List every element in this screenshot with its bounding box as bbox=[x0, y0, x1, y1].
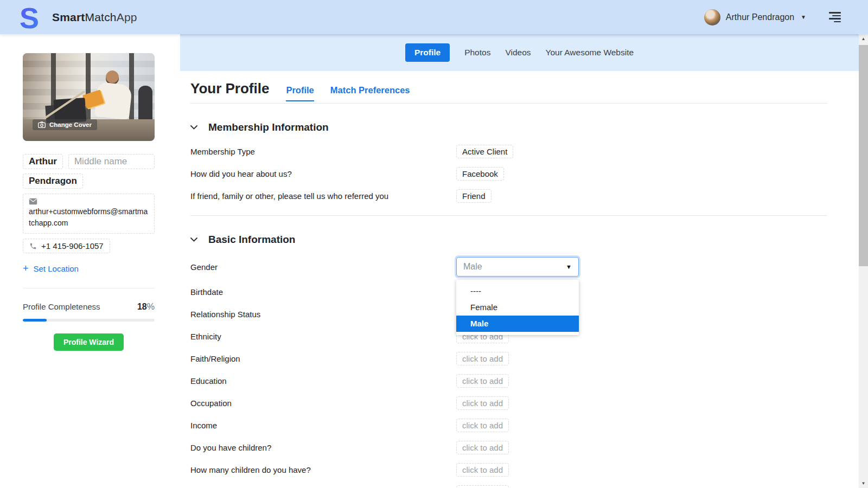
avatar bbox=[704, 9, 720, 25]
field-value[interactable]: click to add bbox=[456, 441, 509, 454]
user-menu[interactable]: Arthur Pendragon ▼ bbox=[704, 9, 806, 25]
field-row-income: Income click to add bbox=[190, 414, 827, 436]
subtab-profile[interactable]: Profile bbox=[286, 85, 314, 101]
field-row-occupation: Occupation click to add bbox=[190, 392, 827, 414]
section-title: Basic Information bbox=[208, 234, 295, 246]
chevron-down-icon: ▼ bbox=[801, 14, 806, 20]
profile-wizard-button[interactable]: Profile Wizard bbox=[54, 333, 124, 351]
camera-icon bbox=[38, 121, 46, 128]
chevron-down-icon bbox=[190, 125, 197, 130]
field-value[interactable]: click to add bbox=[456, 419, 509, 432]
divider bbox=[190, 215, 827, 216]
user-name: Arthur Pendragon bbox=[726, 12, 794, 22]
field-value[interactable]: Friend bbox=[456, 189, 492, 203]
phone-field[interactable]: +1 415-906-1057 bbox=[23, 239, 110, 253]
phone-value: +1 415-906-1057 bbox=[41, 241, 104, 251]
first-name-field[interactable]: Arthur bbox=[23, 154, 63, 169]
last-name-field[interactable]: Pendragon bbox=[23, 174, 83, 189]
scrollbar-thumb[interactable] bbox=[859, 45, 868, 266]
profile-tabstrip: Profile Photos Videos Your Awesome Websi… bbox=[180, 34, 859, 71]
tab-your-awesome-website[interactable]: Your Awesome Website bbox=[546, 48, 634, 57]
page-title: Your Profile bbox=[190, 80, 269, 97]
tab-profile[interactable]: Profile bbox=[405, 43, 450, 62]
profile-sidebar: Change Cover Arthur Middle name Pendrago… bbox=[0, 34, 180, 488]
field-value[interactable]: Facebook bbox=[456, 167, 504, 181]
field-row-referred-by: If friend, family or other, please tell … bbox=[190, 185, 827, 207]
section-basic-header[interactable]: Basic Information bbox=[190, 234, 827, 246]
dropdown-option-female[interactable]: Female bbox=[456, 299, 579, 316]
vertical-scrollbar: ▲ ▼ bbox=[859, 34, 868, 488]
scroll-down-icon[interactable]: ▼ bbox=[859, 479, 868, 488]
subtab-match-preferences[interactable]: Match Preferences bbox=[330, 85, 410, 101]
svg-text:S: S bbox=[20, 3, 39, 34]
field-row-education: Education click to add bbox=[190, 370, 827, 392]
change-cover-button[interactable]: Change Cover bbox=[33, 119, 97, 130]
dropdown-option-none[interactable]: ---- bbox=[456, 283, 579, 299]
divider bbox=[190, 103, 827, 104]
completeness-label: Profile Completeness bbox=[23, 302, 100, 311]
field-value[interactable]: Active Client bbox=[456, 145, 513, 158]
cover-photo: Change Cover bbox=[23, 53, 155, 141]
section-title: Membership Information bbox=[208, 121, 329, 133]
tab-videos[interactable]: Videos bbox=[505, 48, 531, 57]
scroll-up-icon[interactable]: ▲ bbox=[859, 34, 868, 43]
field-row-gender: Gender Male ▼ ---- Female Male bbox=[190, 253, 827, 281]
middle-name-field[interactable]: Middle name bbox=[68, 154, 155, 169]
field-row-faith-religion: Faith/Religion click to add bbox=[190, 348, 827, 370]
field-row-how-many-children: How many children do you have? click to … bbox=[190, 459, 827, 481]
field-value[interactable]: click to add bbox=[456, 463, 509, 477]
field-value[interactable]: click to add bbox=[456, 396, 509, 410]
brand-name: SmartMatchApp bbox=[52, 11, 137, 24]
section-membership-header[interactable]: Membership Information bbox=[190, 121, 827, 133]
email-value: arthur+customwebforms@smartmatchapp.com bbox=[29, 206, 149, 229]
progress-fill bbox=[23, 319, 47, 322]
plus-icon: + bbox=[23, 264, 29, 273]
gender-select[interactable]: Male ▼ bbox=[456, 257, 579, 277]
set-location-button[interactable]: + Set Location bbox=[23, 264, 155, 273]
envelope-icon bbox=[29, 198, 37, 205]
tab-photos[interactable]: Photos bbox=[464, 48, 490, 57]
email-field[interactable]: arthur+customwebforms@smartmatchapp.com bbox=[23, 194, 155, 234]
menu-icon[interactable] bbox=[829, 12, 841, 22]
brand-logo-icon[interactable]: S bbox=[14, 2, 45, 35]
completeness-value: 18% bbox=[137, 302, 155, 312]
app-header: S SmartMatchApp Arthur Pendragon ▼ bbox=[0, 0, 868, 34]
field-row-next-partial: click to add bbox=[190, 481, 827, 488]
field-value[interactable]: click to add bbox=[456, 485, 509, 488]
completeness-progress-bar bbox=[23, 319, 155, 322]
divider bbox=[23, 288, 155, 288]
select-caret-icon: ▼ bbox=[566, 264, 572, 270]
field-row-hear-about-us: How did you hear about us? Facebook bbox=[190, 163, 827, 185]
field-value[interactable]: click to add bbox=[456, 352, 509, 365]
field-row-membership-type: Membership Type Active Client bbox=[190, 140, 827, 163]
dropdown-option-male[interactable]: Male bbox=[456, 316, 579, 332]
main-panel: Profile Photos Videos Your Awesome Websi… bbox=[180, 34, 859, 488]
gender-dropdown-menu: ---- Female Male bbox=[456, 280, 579, 335]
chevron-down-icon bbox=[190, 237, 197, 242]
field-row-have-children: Do you have children? click to add bbox=[190, 436, 827, 459]
phone-icon bbox=[29, 242, 37, 250]
field-value[interactable]: click to add bbox=[456, 374, 509, 388]
